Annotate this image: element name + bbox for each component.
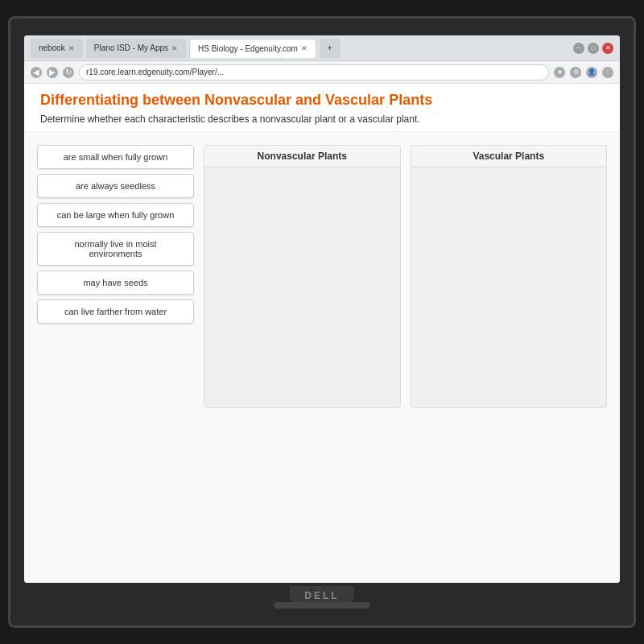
vascular-header: Vascular Plants [411,145,608,167]
menu-icon[interactable]: ⋮ [602,67,613,78]
refresh-button[interactable]: ↻ [63,67,74,78]
monitor-base [274,602,370,609]
drag-item-5[interactable]: may have seeds [37,270,194,295]
minimize-button[interactable]: ─ [573,43,584,54]
drag-item-1[interactable]: are small when fully grown [37,145,194,169]
tab-notebook-label: nebook [39,43,65,52]
screen: nebook ✕ Plano ISD - My Apps ✕ HS Biolog… [24,35,620,583]
tab-edgenuity-close[interactable]: ✕ [301,44,308,52]
bookmark-star-icon[interactable]: ★ [554,67,565,78]
drag-item-6[interactable]: can live farther from water [37,299,194,324]
nonvascular-body[interactable] [204,167,401,408]
page-header: Differentiating between Nonvascular and … [24,84,620,132]
browser-tab-bar: nebook ✕ Plano ISD - My Apps ✕ HS Biolog… [24,35,620,61]
drop-zone-vascular: Vascular Plants [411,145,608,408]
tab-plano-label: Plano ISD - My Apps [94,43,168,52]
monitor: nebook ✕ Plano ISD - My Apps ✕ HS Biolog… [8,16,636,628]
page-title: Differentiating between Nonvascular and … [40,92,604,109]
page-instruction: Determine whether each characteristic de… [40,114,604,125]
drag-item-4[interactable]: normally live in moist environments [37,232,194,266]
profile-icon[interactable]: 👤 [586,67,597,78]
nonvascular-header: Nonvascular Plants [204,145,401,167]
tab-new[interactable]: + [320,39,341,58]
drag-item-2[interactable]: are always seedless [37,174,194,198]
back-button[interactable]: ◀ [31,67,42,78]
maximize-button[interactable]: □ [588,43,599,54]
tab-plano-close[interactable]: ✕ [171,44,178,52]
tab-plano[interactable]: Plano ISD - My Apps ✕ [86,39,186,58]
tab-notebook-close[interactable]: ✕ [68,44,75,52]
address-text: r19.core.learn.edgenuity.com/Player/... [86,68,224,76]
tab-new-label: + [328,43,332,52]
drag-items-column: are small when fully grown are always se… [37,145,194,324]
drop-zones: Nonvascular Plants Vascular Plants [204,145,607,408]
page-content: Differentiating between Nonvascular and … [24,84,620,583]
extensions-icon[interactable]: ⚙ [570,67,581,78]
browser-toolbar: ◀ ▶ ↻ r19.core.learn.edgenuity.com/Playe… [24,61,620,84]
tab-notebook[interactable]: nebook ✕ [31,39,83,58]
forward-button[interactable]: ▶ [47,67,58,78]
tab-edgenuity[interactable]: HS Biology - Edgenuity.com ✕ [189,39,316,58]
address-bar[interactable]: r19.core.learn.edgenuity.com/Player/... [79,64,549,80]
drag-item-3[interactable]: can be large when fully grown [37,203,194,227]
dell-label: DELL [304,590,339,601]
activity-area: are small when fully grown are always se… [24,132,620,421]
drop-zone-nonvascular: Nonvascular Plants [204,145,401,408]
window-controls: ─ □ ✕ [573,43,613,54]
tab-edgenuity-label: HS Biology - Edgenuity.com [198,44,298,53]
vascular-body[interactable] [411,167,608,408]
close-button[interactable]: ✕ [602,43,613,54]
